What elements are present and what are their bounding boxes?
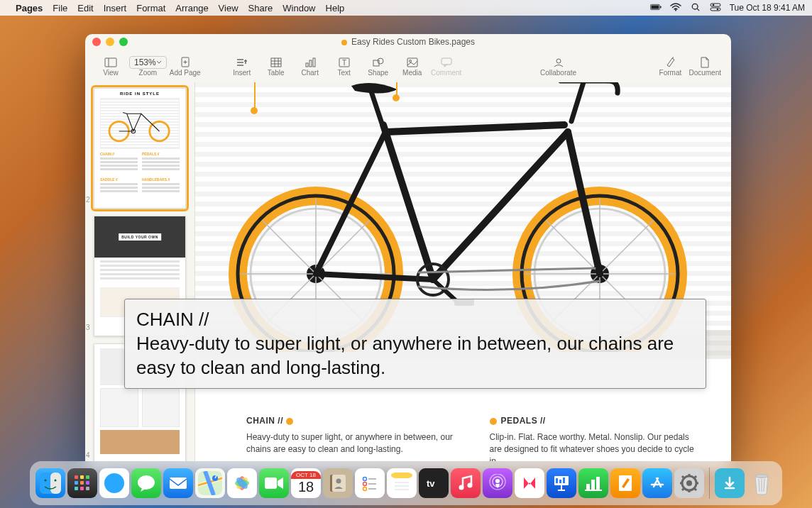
svg-point-33 xyxy=(409,60,411,62)
page-thumbnails-sidebar[interactable]: 2 RIDE IN STYLE CHAIN // PEDALS // SADDL… xyxy=(85,82,195,467)
dock-maps[interactable] xyxy=(195,468,225,498)
dock-app-store[interactable] xyxy=(642,468,672,498)
svg-point-116 xyxy=(468,483,473,488)
text-columns: CHAIN // Heavy-duty to super light, or a… xyxy=(246,416,703,467)
dock-reminders[interactable] xyxy=(355,468,385,498)
callout-dot xyxy=(393,94,400,101)
svg-rect-98 xyxy=(265,477,277,489)
dock: OCT 1818 tv xyxy=(30,461,782,505)
toolbar-media[interactable]: Media xyxy=(397,56,428,77)
dock-pages[interactable] xyxy=(610,468,640,498)
dock-photos[interactable] xyxy=(227,468,257,498)
dock-system-settings[interactable] xyxy=(674,468,704,498)
svg-rect-129 xyxy=(596,477,600,490)
toolbar-shape[interactable]: Shape xyxy=(363,56,394,77)
dock-facetime[interactable] xyxy=(259,468,289,498)
pages-window: Easy Rides Custom Bikes.pages View 153% … xyxy=(85,34,731,467)
menu-window[interactable]: Window xyxy=(282,3,315,13)
dock-divider xyxy=(709,468,710,499)
svg-line-140 xyxy=(682,488,684,490)
svg-line-141 xyxy=(694,476,696,478)
dock-news[interactable] xyxy=(515,468,544,498)
svg-rect-85 xyxy=(75,487,78,490)
dock-trash[interactable] xyxy=(747,468,777,498)
dock-tv[interactable]: tv xyxy=(419,468,449,498)
svg-text:tv: tv xyxy=(427,478,435,489)
dock-contacts[interactable] xyxy=(323,468,353,498)
toolbar-comment: Comment xyxy=(431,56,462,77)
menu-file[interactable]: File xyxy=(53,3,67,13)
dock-safari[interactable] xyxy=(99,468,129,498)
hover-text-overlay: CHAIN // Heavy-duty to super light, or a… xyxy=(124,299,706,389)
svg-rect-2 xyxy=(660,6,661,8)
svg-rect-76 xyxy=(50,473,61,494)
svg-point-35 xyxy=(556,59,561,63)
doc-proxy-icon[interactable] xyxy=(341,40,347,45)
svg-line-5 xyxy=(697,9,699,11)
svg-rect-81 xyxy=(86,475,89,479)
dock-mail[interactable] xyxy=(163,468,193,498)
menu-edit[interactable]: Edit xyxy=(77,3,93,13)
svg-point-101 xyxy=(336,479,341,484)
toolbar-format[interactable]: Format xyxy=(654,56,686,77)
callout-dot-icon xyxy=(286,418,293,425)
svg-rect-123 xyxy=(559,480,561,483)
document-canvas[interactable]: CHAIN // Heavy-duty to super light, or a… xyxy=(195,82,731,467)
toolbar-text[interactable]: TText xyxy=(329,56,360,77)
dock-podcasts[interactable] xyxy=(483,468,512,498)
svg-rect-10 xyxy=(105,58,116,67)
thumbnail-page-2[interactable]: 2 RIDE IN STYLE CHAIN // PEDALS // SADDL… xyxy=(94,88,186,209)
battery-icon[interactable] xyxy=(650,3,662,13)
toolbar-view[interactable]: View xyxy=(95,56,126,77)
svg-line-57 xyxy=(600,221,653,274)
toolbar-chart[interactable]: Chart xyxy=(295,56,326,77)
dock-keynote[interactable] xyxy=(547,468,576,498)
toolbar-collaborate[interactable]: Collaborate xyxy=(540,56,576,77)
callout-dot-icon xyxy=(490,418,497,425)
dock-calendar[interactable]: OCT 1818 xyxy=(291,468,321,498)
dock-notes[interactable] xyxy=(387,468,417,498)
control-center-icon[interactable] xyxy=(710,3,721,13)
svg-rect-25 xyxy=(306,63,308,67)
dock-numbers[interactable] xyxy=(578,468,608,498)
svg-rect-83 xyxy=(80,481,84,485)
svg-rect-124 xyxy=(563,477,565,483)
toolbar-insert[interactable]: Insert xyxy=(226,56,258,77)
svg-point-115 xyxy=(459,485,464,490)
svg-rect-128 xyxy=(591,480,595,490)
minimize-button[interactable] xyxy=(106,38,114,46)
svg-rect-91 xyxy=(170,477,187,489)
dock-music[interactable] xyxy=(451,468,481,498)
toolbar-zoom[interactable]: 153% Zoom xyxy=(129,56,167,77)
menu-help[interactable]: Help xyxy=(326,3,345,13)
toolbar-table[interactable]: Table xyxy=(260,56,292,77)
clock[interactable]: Tue Oct 18 9:41 AM xyxy=(730,3,805,13)
svg-point-144 xyxy=(755,475,768,478)
svg-rect-6 xyxy=(710,4,720,6)
svg-point-90 xyxy=(138,475,155,490)
column-pedals[interactable]: PEDALS // Clip-in. Flat. Race worthy. Me… xyxy=(490,416,703,467)
close-button[interactable] xyxy=(92,38,101,46)
maximize-button[interactable] xyxy=(119,38,128,46)
menu-insert[interactable]: Insert xyxy=(104,3,127,13)
dock-downloads[interactable] xyxy=(715,468,745,498)
svg-rect-127 xyxy=(586,484,590,490)
wifi-icon[interactable] xyxy=(670,3,681,13)
svg-point-77 xyxy=(45,480,47,482)
titlebar[interactable]: Easy Rides Custom Bikes.pages xyxy=(85,34,731,50)
toolbar-document[interactable]: Document xyxy=(688,56,721,77)
dock-messages[interactable] xyxy=(131,468,161,498)
menu-share[interactable]: Share xyxy=(248,3,273,13)
window-title: Easy Rides Custom Bikes.pages xyxy=(351,37,475,47)
dock-finder[interactable] xyxy=(35,468,65,498)
menu-view[interactable]: View xyxy=(219,3,238,13)
app-name[interactable]: Pages xyxy=(16,3,43,13)
dock-launchpad[interactable] xyxy=(67,468,97,498)
svg-line-55 xyxy=(263,221,316,274)
page: CHAIN // Heavy-duty to super light, or a… xyxy=(195,82,731,467)
menu-format[interactable]: Format xyxy=(136,3,165,13)
toolbar-add-page[interactable]: Add Page xyxy=(170,56,201,77)
menu-arrange[interactable]: Arrange xyxy=(175,3,208,13)
search-icon[interactable] xyxy=(690,3,701,13)
column-chain[interactable]: CHAIN // Heavy-duty to super light, or a… xyxy=(246,416,460,467)
